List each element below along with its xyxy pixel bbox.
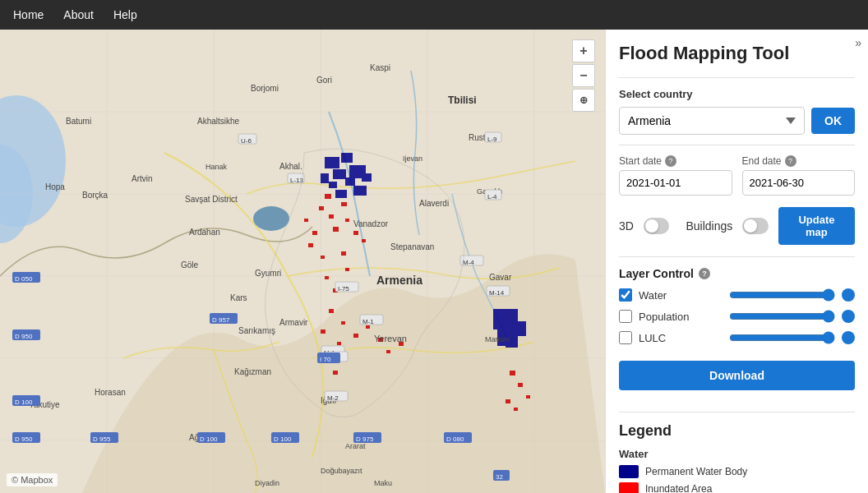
svg-rect-39: [321, 256, 325, 259]
svg-rect-54: [333, 371, 338, 375]
svg-rect-41: [325, 276, 329, 279]
svg-text:Borçka: Borçka: [82, 191, 108, 200]
start-date-help-icon[interactable]: ?: [665, 155, 676, 167]
layer-control-help-icon[interactable]: ?: [699, 268, 710, 279]
population-slider[interactable]: [729, 310, 835, 323]
divider-2: [619, 145, 855, 145]
svg-text:Gori: Gori: [316, 76, 332, 85]
svg-text:Ararat: Ararat: [345, 442, 366, 450]
svg-text:L-9: L-9: [487, 136, 497, 143]
svg-rect-14: [325, 157, 339, 168]
water-layer-name: Water: [639, 289, 723, 302]
svg-text:Hopa: Hopa: [45, 182, 65, 191]
nav-help[interactable]: Help: [113, 8, 137, 21]
map-area[interactable]: Tbilisi Armenia Yerevan Gyumri Vanadzor …: [0, 30, 605, 493]
svg-text:Martuni: Martuni: [485, 335, 510, 343]
svg-text:Gyumri: Gyumri: [255, 269, 281, 278]
layer-row-water: Water: [619, 288, 855, 302]
legend-color-permanent: [619, 465, 639, 478]
compass-button[interactable]: ⊕: [572, 89, 595, 112]
svg-text:Gavar: Gavar: [489, 273, 512, 282]
svg-text:D 950: D 950: [15, 333, 33, 340]
svg-rect-51: [386, 350, 390, 353]
svg-text:M-14: M-14: [489, 289, 505, 297]
svg-rect-56: [518, 383, 523, 387]
svg-rect-29: [319, 206, 324, 210]
svg-rect-23: [321, 173, 329, 183]
legend-item-inundated: Inundated Area: [619, 482, 855, 493]
svg-text:D 100: D 100: [274, 435, 292, 443]
svg-text:D 050: D 050: [15, 275, 33, 283]
collapse-button[interactable]: »: [855, 36, 861, 49]
svg-text:D 100: D 100: [15, 399, 33, 406]
end-date-help-icon[interactable]: ?: [785, 155, 796, 167]
svg-rect-15: [341, 153, 353, 163]
buildings-toggle[interactable]: [742, 218, 769, 234]
population-slider-dot: [842, 310, 855, 323]
svg-rect-20: [362, 173, 372, 182]
water-slider[interactable]: [729, 288, 835, 302]
svg-text:D 080: D 080: [446, 435, 464, 443]
svg-rect-48: [353, 334, 358, 338]
update-map-button[interactable]: Update map: [778, 207, 855, 245]
svg-rect-34: [333, 227, 339, 232]
layer-row-lulc: LULC: [619, 331, 855, 344]
svg-rect-31: [329, 214, 334, 219]
end-date-group: End date ?: [742, 155, 856, 196]
nav-home[interactable]: Home: [13, 8, 44, 21]
divider-4: [619, 412, 855, 412]
svg-text:Stepanavan: Stepanavan: [390, 242, 434, 251]
svg-point-13: [253, 206, 289, 231]
svg-text:M-4: M-4: [463, 259, 474, 266]
population-checkbox[interactable]: [619, 310, 632, 323]
svg-rect-18: [345, 177, 355, 186]
map-controls: + − ⊕: [572, 39, 595, 112]
legend-color-inundated: [619, 482, 639, 493]
zoom-in-button[interactable]: +: [572, 39, 595, 62]
svg-text:Doğubayazıt: Doğubayazıt: [321, 467, 362, 475]
mapbox-logo: © Mapbox: [7, 473, 58, 486]
start-date-group: Start date ?: [619, 155, 732, 196]
svg-rect-47: [337, 342, 341, 345]
svg-text:I 70: I 70: [320, 356, 331, 363]
layer-row-population: Population: [619, 310, 855, 323]
start-date-label: Start date ?: [619, 155, 732, 167]
zoom-out-button[interactable]: −: [572, 64, 595, 87]
svg-rect-37: [362, 239, 366, 242]
svg-text:Göle: Göle: [181, 260, 199, 270]
legend-label-permanent: Permanent Water Body: [645, 466, 747, 477]
legend-title: Legend: [619, 422, 855, 440]
svg-rect-46: [321, 329, 326, 334]
lulc-slider[interactable]: [729, 331, 835, 344]
panel-title: Flood Mapping Tool: [619, 43, 838, 64]
date-row: Start date ? End date ?: [619, 155, 855, 196]
ok-button[interactable]: OK: [811, 108, 855, 134]
svg-text:M-1: M-1: [362, 318, 374, 325]
svg-text:Armenia: Armenia: [376, 274, 422, 287]
legend-water-title: Water: [619, 448, 855, 460]
3d-toggle[interactable]: [644, 218, 670, 234]
svg-rect-17: [333, 169, 346, 179]
legend-item-permanent: Permanent Water Body: [619, 465, 855, 478]
svg-text:Artvin: Artvin: [132, 174, 153, 183]
svg-text:Kağızman: Kağızman: [234, 367, 271, 376]
svg-text:32: 32: [496, 473, 503, 481]
country-select[interactable]: Armenia Georgia Azerbaijan Turkey: [619, 107, 805, 135]
water-checkbox[interactable]: [619, 288, 632, 302]
svg-text:Akhaltsikhe: Akhaltsikhe: [197, 117, 240, 126]
svg-rect-55: [510, 371, 515, 376]
start-date-input[interactable]: [619, 170, 732, 196]
navbar: Home About Help: [0, 0, 868, 30]
lulc-checkbox[interactable]: [619, 331, 632, 344]
svg-rect-35: [345, 219, 349, 222]
svg-text:Alaverdi: Alaverdi: [419, 199, 449, 208]
svg-rect-59: [514, 408, 518, 411]
nav-about[interactable]: About: [63, 8, 94, 21]
svg-text:L-4: L-4: [487, 193, 497, 200]
select-country-label: Select country: [619, 88, 855, 100]
svg-rect-58: [506, 399, 510, 403]
end-date-input[interactable]: [742, 170, 856, 196]
svg-rect-57: [526, 395, 530, 399]
download-button[interactable]: Download: [619, 361, 855, 390]
water-slider-dot: [842, 288, 855, 302]
